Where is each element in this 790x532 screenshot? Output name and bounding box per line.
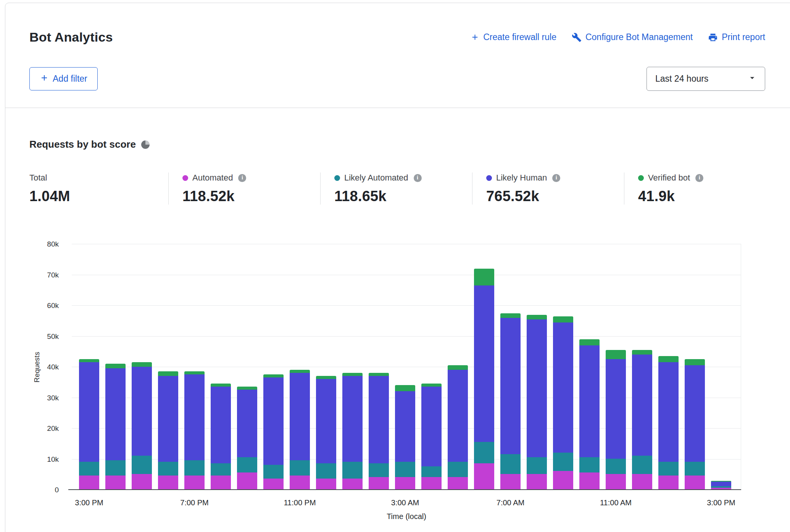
bar[interactable] [685,244,705,489]
bar-segment-likely-human [553,322,573,453]
x-tick-slot [158,498,178,508]
bar-segment-automated [316,479,336,489]
x-tick-label: 11:00 AM [600,498,632,507]
x-tick-slot [369,498,389,508]
bot-analytics-card: Bot Analytics Create firewall rule Confi… [5,3,790,532]
bar-segment-verified-bot [421,384,442,387]
bar-segment-likely-human [105,368,126,460]
x-tick-slot [685,498,705,508]
stat-label: Verified bot [648,173,690,183]
bar-segment-likely-automated [632,456,652,474]
bar-segment-automated [132,474,152,489]
info-icon[interactable]: i [552,174,560,182]
bar-segment-likely-automated [237,457,257,472]
bar-segment-automated [342,479,363,489]
bar-segment-likely-automated [395,462,415,477]
bar-segment-likely-human [395,391,415,462]
bar-segment-likely-automated [263,465,284,479]
bar[interactable] [395,244,415,489]
x-tick-slot: 7:00 PM [184,498,205,508]
bar-segment-automated [579,472,600,489]
info-icon[interactable]: i [238,174,246,182]
configure-bot-management-link[interactable]: Configure Bot Management [572,32,693,42]
bar[interactable] [448,244,468,489]
x-tick-label: 3:00 PM [707,498,735,507]
bar-segment-likely-automated [158,462,178,476]
bar[interactable] [290,244,310,489]
bar-segment-likely-human [474,285,494,442]
x-tick-slot [237,498,257,508]
x-tick-slot [342,498,363,508]
stat-value: 1.04M [29,188,168,205]
bar-segment-likely-automated [132,456,152,474]
bar-segment-verified-bot [105,364,126,368]
bar[interactable] [474,244,494,489]
bar-segment-verified-bot [184,371,205,374]
bar-segment-likely-automated [474,442,494,463]
create-firewall-rule-link[interactable]: Create firewall rule [471,32,556,42]
bar[interactable] [132,244,152,489]
bar[interactable] [105,244,126,489]
bar[interactable] [369,244,389,489]
stat-likely-automated: Likely Automated i 118.65k [320,172,472,205]
action-label: Configure Bot Management [585,32,693,42]
plot-area[interactable] [72,244,741,490]
bar[interactable] [658,244,679,489]
bar-segment-likely-human [263,377,284,465]
bar[interactable] [421,244,442,489]
bar[interactable] [342,244,363,489]
x-tick-slot: 11:00 PM [290,498,310,508]
bar-segment-likely-human [316,379,336,463]
x-tick-slot: 3:00 PM [79,498,99,508]
bar-segment-likely-automated [500,454,521,474]
x-axis-line [72,489,741,490]
bar-segment-automated [263,479,284,489]
legend-dot-likely-automated [334,175,340,181]
stat-likely-human: Likely Human i 765.52k [472,172,624,205]
card-header: Bot Analytics Create firewall rule Confi… [5,3,790,108]
bar-segment-likely-human [421,387,442,466]
bar[interactable] [632,244,652,489]
bar[interactable] [553,244,573,489]
bar-segment-automated [105,476,126,489]
bar-segment-likely-automated [369,463,389,477]
bar-segment-automated [237,472,257,489]
bar-segment-likely-automated [579,457,600,472]
bar[interactable] [579,244,600,489]
bar[interactable] [606,244,626,489]
x-tick-slot [105,498,126,508]
bar-segment-verified-bot [316,376,336,379]
bar[interactable] [263,244,284,489]
print-report-link[interactable]: Print report [708,32,765,42]
bar[interactable] [527,244,547,489]
bar-segment-verified-bot [553,316,573,322]
x-tick-slot [632,498,652,508]
bar-segment-verified-bot [369,373,389,376]
y-tick-label: 40k [47,363,59,371]
bar[interactable] [79,244,99,489]
bar[interactable] [711,244,731,489]
add-filter-button[interactable]: Add filter [29,67,98,90]
info-icon[interactable]: i [414,174,422,182]
bar[interactable] [211,244,231,489]
bar[interactable] [158,244,178,489]
x-tick-slot [132,498,152,508]
x-tick-slot [211,498,231,508]
requests-chart: Requests 010k20k30k40k50k60k70k80k 3:00 … [29,244,790,521]
x-tick-slot: 11:00 AM [606,498,626,508]
action-label: Create firewall rule [483,32,556,42]
bar-segment-likely-automated [342,462,363,479]
bar-segment-likely-human [237,390,257,457]
bar-segment-automated [500,474,521,489]
x-tick-slot [421,498,442,508]
bar[interactable] [184,244,205,489]
bar[interactable] [237,244,257,489]
x-tick-label: 3:00 PM [75,498,103,507]
bar-segment-verified-bot [132,362,152,367]
y-axis-ticks: 010k20k30k40k50k60k70k80k [29,244,65,490]
bar-segment-verified-bot [658,356,679,362]
time-range-select[interactable]: Last 24 hours [647,67,765,91]
bar[interactable] [316,244,336,489]
bar[interactable] [500,244,521,489]
info-icon[interactable]: i [695,174,703,182]
